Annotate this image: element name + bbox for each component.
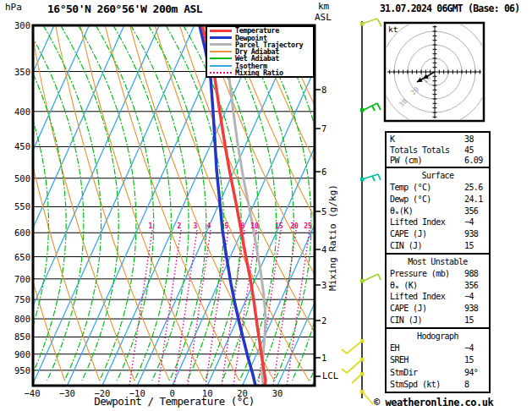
temp-tick-10: 10 xyxy=(202,388,213,398)
pressure-tick-950: 950 xyxy=(5,365,30,375)
km-tick-5: 5 xyxy=(321,206,326,216)
datetime-label: 31.07.2024 06GMT (Base: 06) xyxy=(380,3,519,14)
table-hodograph: HodographEH−4SREH15StmDir94°StmSpd (kt)8 xyxy=(385,327,491,393)
temp-tick--30: −30 xyxy=(59,388,75,398)
km-tick-3: 3 xyxy=(321,280,326,290)
mixing-ratio-label-8: 8 xyxy=(241,222,245,230)
temp-tick-20: 20 xyxy=(237,388,248,398)
temp-tick--40: −40 xyxy=(25,388,41,398)
mixing-ratio-axis-label: Mixing Ratio (g/kg) xyxy=(327,184,338,291)
row-value: 38 xyxy=(464,134,474,144)
legend-label: Mixing Ratio xyxy=(235,69,283,76)
pressure-tick-800: 800 xyxy=(5,314,30,324)
pressure-tick-400: 400 xyxy=(5,107,30,117)
pressure-tick-700: 700 xyxy=(5,274,30,284)
pressure-tick-550: 550 xyxy=(5,201,30,211)
pressure-tick-600: 600 xyxy=(5,227,30,238)
row-value: 94° xyxy=(464,368,478,377)
mixing-ratio-label-15: 15 xyxy=(275,222,283,230)
km-tick-2: 2 xyxy=(321,315,326,326)
row-value: 938 xyxy=(464,229,478,238)
pressure-tick-850: 850 xyxy=(5,332,30,342)
skewt-sounding-screen: 102030 hPa 16°50'N 260°56'W 200m ASL km … xyxy=(0,0,532,411)
row-value: 15 xyxy=(464,355,474,364)
legend-swatch-isotherm xyxy=(210,65,232,67)
table-row: Dewp (°C)24.1 xyxy=(387,195,489,204)
altitude-unit-asl: ASL xyxy=(315,12,332,23)
mixing-ratio-label-20: 20 xyxy=(290,222,299,230)
station-title: 16°50'N 260°56'W 200m ASL xyxy=(47,3,202,15)
pressure-unit-label: hPa xyxy=(5,2,22,13)
row-label: StmSpd (kt) xyxy=(390,380,489,389)
row-label: Totals Totals xyxy=(390,145,489,155)
row-value: 8 xyxy=(464,380,469,389)
table-row: Lifted Index−4 xyxy=(387,217,489,227)
table-row: θₑ (K)356 xyxy=(387,281,489,290)
lcl-label: LCL xyxy=(322,370,338,381)
km-tick-4: 4 xyxy=(321,244,326,255)
table-surface: SurfaceTemp (°C)25.6Dewp (°C)24.1θₑ(K)35… xyxy=(385,167,491,255)
mixing-ratio-label-25: 25 xyxy=(304,222,312,230)
row-label: CIN (J) xyxy=(390,315,489,325)
table-row: CAPE (J)938 xyxy=(387,304,489,313)
mixing-ratio-label-2: 2 xyxy=(178,222,182,230)
table-row: StmSpd (kt)8 xyxy=(387,380,489,389)
legend-swatch-wet-adiabat xyxy=(210,58,232,59)
table-row: K38 xyxy=(387,134,489,144)
table-header-most-unstable: Most Unstable xyxy=(387,257,489,266)
hodograph-unit-label: kt xyxy=(388,25,398,34)
pressure-tick-900: 900 xyxy=(5,349,30,359)
row-value: 25.6 xyxy=(464,183,483,192)
table-row: EH−4 xyxy=(387,343,489,353)
legend: TemperatureDewpointParcel TrajectoryDry … xyxy=(206,25,315,78)
mixing-ratio-label-3: 3 xyxy=(194,222,198,230)
altitude-unit-km: km xyxy=(318,1,329,12)
row-value: −4 xyxy=(464,343,474,353)
mixing-ratio-label-5: 5 xyxy=(225,222,229,230)
km-tick-8: 8 xyxy=(321,85,326,95)
pressure-tick-350: 350 xyxy=(5,67,30,77)
legend-swatch-parcel-trajectory xyxy=(210,43,232,46)
row-label: K xyxy=(390,134,489,144)
km-tick-1: 1 xyxy=(321,353,326,363)
pressure-tick-450: 450 xyxy=(5,141,30,151)
row-label: EH xyxy=(390,343,489,353)
pressure-tick-650: 650 xyxy=(5,252,30,262)
row-value: −4 xyxy=(464,217,474,227)
table-row: SREH15 xyxy=(387,355,489,364)
temp-tick-0: 0 xyxy=(170,388,175,398)
table-row: Lifted Index−4 xyxy=(387,292,489,301)
row-value: 24.1 xyxy=(464,195,483,204)
table-header-surface: Surface xyxy=(387,171,489,180)
row-value: 356 xyxy=(464,281,478,290)
row-label: Lifted Index xyxy=(390,217,489,227)
copyright: © weatheronline.co.uk xyxy=(374,397,493,408)
table-row: CAPE (J)938 xyxy=(387,229,489,238)
table-indices: K38Totals Totals45PW (cm)6.09 xyxy=(385,131,491,168)
table-row: StmDir94° xyxy=(387,368,489,377)
table-row: Totals Totals45 xyxy=(387,145,489,155)
temp-tick-30: 30 xyxy=(272,388,283,398)
mixing-ratio-label-1: 1 xyxy=(149,222,153,230)
row-label: Lifted Index xyxy=(390,292,489,301)
mixing-ratio-label-10: 10 xyxy=(250,222,259,230)
temp-tick--20: −20 xyxy=(94,388,110,398)
row-value: 45 xyxy=(464,145,474,155)
legend-swatch-dry-adiabat xyxy=(210,51,232,52)
legend-swatch-mixing-ratio xyxy=(210,72,232,74)
table-row: CIN (J)15 xyxy=(387,241,489,250)
row-value: 356 xyxy=(464,206,478,216)
row-label: SREH xyxy=(390,355,489,364)
table-row: Temp (°C)25.6 xyxy=(387,183,489,192)
row-value: 988 xyxy=(464,269,478,278)
legend-swatch-temperature xyxy=(210,30,232,32)
row-value: 6.09 xyxy=(464,156,483,165)
row-value: 15 xyxy=(464,241,474,250)
km-tick-6: 6 xyxy=(321,167,326,177)
pressure-tick-500: 500 xyxy=(5,173,30,184)
legend-swatch-dewpoint xyxy=(210,36,232,39)
row-label: CIN (J) xyxy=(390,241,489,250)
table-row: Pressure (mb)988 xyxy=(387,269,489,278)
table-row: θₑ(K)356 xyxy=(387,206,489,216)
pressure-tick-300: 300 xyxy=(5,20,30,30)
